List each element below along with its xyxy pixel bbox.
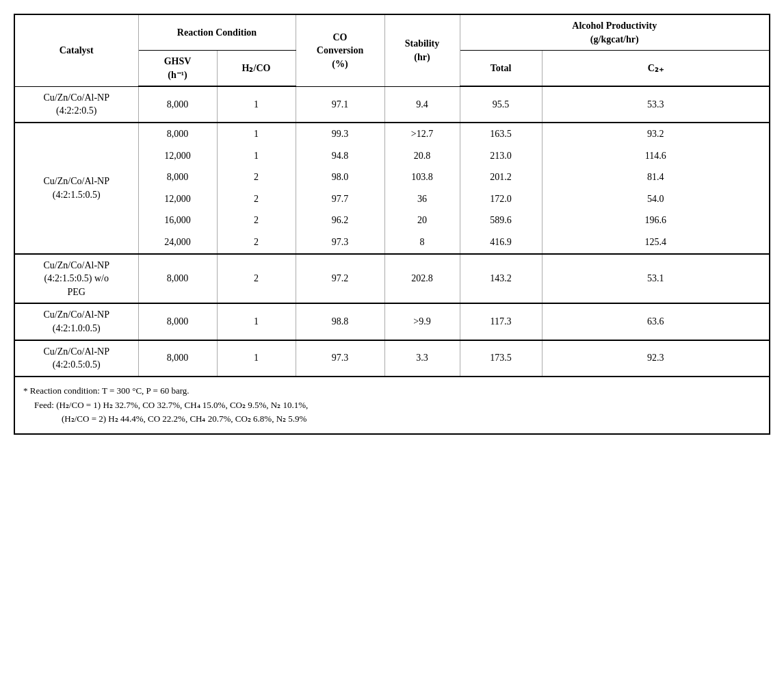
ghsv-cell: 12,000 bbox=[138, 145, 217, 167]
total-cell: 173.5 bbox=[460, 340, 542, 376]
c2plus-cell: 63.6 bbox=[542, 303, 769, 340]
co-conv-cell: 97.1 bbox=[296, 86, 384, 123]
stability-cell: 3.3 bbox=[384, 340, 460, 376]
total-cell: 117.3 bbox=[460, 303, 542, 340]
alcohol-productivity-header: Alcohol Productivity(g/kgcat/hr) bbox=[460, 15, 769, 51]
total-cell: 143.2 bbox=[460, 254, 542, 304]
co-conv-cell: 99.3 bbox=[296, 123, 384, 145]
stability-header: Stability(hr) bbox=[384, 15, 460, 86]
stability-cell: 20.8 bbox=[384, 145, 460, 167]
ghsv-cell: 8,000 bbox=[138, 254, 217, 304]
data-table: Catalyst Reaction Condition COConversion… bbox=[15, 15, 769, 376]
stability-cell: >12.7 bbox=[384, 123, 460, 145]
table-row: Cu/Zn/Co/Al-NP(4:2:1.0:0.5) 8,000 1 98.8… bbox=[15, 303, 769, 340]
ghsv-cell: 8,000 bbox=[138, 303, 217, 340]
c2plus-cell: 196.6 bbox=[542, 209, 769, 231]
h2co-cell: 1 bbox=[217, 123, 296, 145]
main-table-wrapper: Catalyst Reaction Condition COConversion… bbox=[14, 14, 770, 435]
footnote: * Reaction condition: T = 300 °C, P = 60… bbox=[15, 376, 769, 433]
ghsv-cell: 8,000 bbox=[138, 123, 217, 145]
total-cell: 201.2 bbox=[460, 166, 542, 188]
c2plus-cell: 114.6 bbox=[542, 145, 769, 167]
h2co-cell: 2 bbox=[217, 166, 296, 188]
table-row: Cu/Zn/Co/Al-NP(4:2:1.5:0.5) 8,000 1 99.3… bbox=[15, 123, 769, 145]
h2co-header: H₂/CO bbox=[217, 51, 296, 87]
total-header: Total bbox=[460, 51, 542, 87]
stability-cell: 202.8 bbox=[384, 254, 460, 304]
h2co-cell: 2 bbox=[217, 209, 296, 231]
c2plus-cell: 53.1 bbox=[542, 254, 769, 304]
h2co-cell: 1 bbox=[217, 303, 296, 340]
ghsv-header: GHSV(h⁻¹) bbox=[138, 51, 217, 87]
ghsv-cell: 24,000 bbox=[138, 231, 217, 254]
table-row: Cu/Zn/Co/Al-NP(4:2:1.5:0.5) w/oPEG 8,000… bbox=[15, 254, 769, 304]
ghsv-cell: 8,000 bbox=[138, 166, 217, 188]
total-cell: 213.0 bbox=[460, 145, 542, 167]
total-cell: 172.0 bbox=[460, 188, 542, 210]
stability-cell: 9.4 bbox=[384, 86, 460, 123]
total-cell: 416.9 bbox=[460, 231, 542, 254]
total-cell: 95.5 bbox=[460, 86, 542, 123]
c2plus-header: C₂₊ bbox=[542, 51, 769, 87]
reaction-condition-header: Reaction Condition bbox=[138, 15, 296, 51]
h2co-cell: 2 bbox=[217, 254, 296, 304]
co-conv-cell: 98.0 bbox=[296, 166, 384, 188]
table-row: Cu/Zn/Co/Al-NP(4:2:2:0.5) 8,000 1 97.1 9… bbox=[15, 86, 769, 123]
ghsv-cell: 8,000 bbox=[138, 340, 217, 376]
catalyst-cell: Cu/Zn/Co/Al-NP(4:2:1.5:0.5) bbox=[15, 123, 138, 254]
c2plus-cell: 93.2 bbox=[542, 123, 769, 145]
footnote-line3: (H₂/CO = 2) H₂ 44.4%, CO 22.2%, CH₄ 20.7… bbox=[23, 412, 761, 426]
c2plus-cell: 53.3 bbox=[542, 86, 769, 123]
footnote-line1: * Reaction condition: T = 300 °C, P = 60… bbox=[23, 384, 761, 398]
co-conv-cell: 96.2 bbox=[296, 209, 384, 231]
ghsv-cell: 12,000 bbox=[138, 188, 217, 210]
stability-cell: 103.8 bbox=[384, 166, 460, 188]
co-conv-cell: 97.2 bbox=[296, 254, 384, 304]
h2co-cell: 2 bbox=[217, 231, 296, 254]
footnote-line2: Feed: (H₂/CO = 1) H₂ 32.7%, CO 32.7%, CH… bbox=[23, 398, 761, 413]
catalyst-header: Catalyst bbox=[15, 15, 138, 86]
co-conv-cell: 97.3 bbox=[296, 340, 384, 376]
co-conv-cell: 97.7 bbox=[296, 188, 384, 210]
header-row-top: Catalyst Reaction Condition COConversion… bbox=[15, 15, 769, 51]
co-conv-cell: 97.3 bbox=[296, 231, 384, 254]
catalyst-cell: Cu/Zn/Co/Al-NP(4:2:1.5:0.5) w/oPEG bbox=[15, 254, 138, 304]
stability-cell: 20 bbox=[384, 209, 460, 231]
h2co-cell: 1 bbox=[217, 340, 296, 376]
c2plus-cell: 81.4 bbox=[542, 166, 769, 188]
catalyst-cell: Cu/Zn/Co/Al-NP(4:2:1.0:0.5) bbox=[15, 303, 138, 340]
table-row: Cu/Zn/Co/Al-NP(4:2:0.5:0.5) 8,000 1 97.3… bbox=[15, 340, 769, 376]
stability-cell: 36 bbox=[384, 188, 460, 210]
catalyst-cell: Cu/Zn/Co/Al-NP(4:2:2:0.5) bbox=[15, 86, 138, 123]
total-cell: 589.6 bbox=[460, 209, 542, 231]
h2co-cell: 2 bbox=[217, 188, 296, 210]
c2plus-cell: 92.3 bbox=[542, 340, 769, 376]
ghsv-cell: 8,000 bbox=[138, 86, 217, 123]
co-conversion-header: COConversion(%) bbox=[296, 15, 384, 86]
h2co-cell: 1 bbox=[217, 145, 296, 167]
stability-cell: >9.9 bbox=[384, 303, 460, 340]
h2co-cell: 1 bbox=[217, 86, 296, 123]
stability-cell: 8 bbox=[384, 231, 460, 254]
co-conv-cell: 98.8 bbox=[296, 303, 384, 340]
ghsv-cell: 16,000 bbox=[138, 209, 217, 231]
c2plus-cell: 125.4 bbox=[542, 231, 769, 254]
total-cell: 163.5 bbox=[460, 123, 542, 145]
co-conv-cell: 94.8 bbox=[296, 145, 384, 167]
catalyst-cell: Cu/Zn/Co/Al-NP(4:2:0.5:0.5) bbox=[15, 340, 138, 376]
c2plus-cell: 54.0 bbox=[542, 188, 769, 210]
